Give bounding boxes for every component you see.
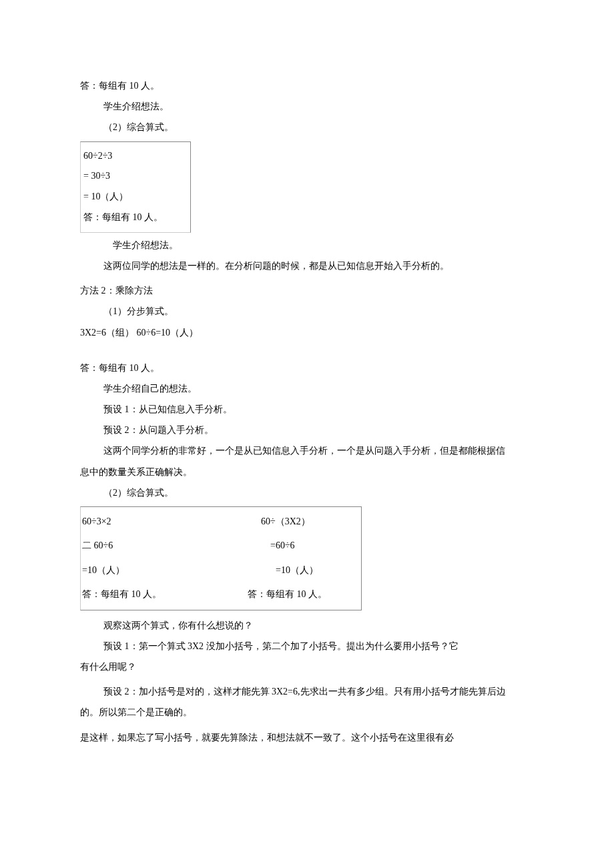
analysis-text: 这两位同学的想法是一样的。在分析问题的时候，都是从已知信息开始入手分析的。 — [80, 258, 534, 274]
preset-2-text-b: 的。所以第二个是正确的。 — [80, 704, 534, 721]
calc-right: 60÷（3X2） — [236, 510, 361, 534]
preset-2: 预设 2：从问题入手分析。 — [80, 422, 534, 438]
calculation-box-1: 60÷2÷3 = 30÷3 = 10（人） 答：每组有 10 人。 — [80, 141, 191, 233]
analysis-para-b: 息中的数量关系正确解决。 — [80, 464, 534, 480]
combined-expression-label: （2）综合算式。 — [80, 484, 534, 501]
preset-2-text-a: 预设 2：加小括号是对的，这样才能先算 3X2=6,先求出一共有多少组。只有用小… — [80, 683, 534, 700]
continuation-text: 有什么用呢？ — [80, 659, 534, 675]
calc-answer-right: 答：每组有 10 人。 — [236, 582, 361, 606]
calc-answer-left: 答：每组有 10 人。 — [81, 582, 236, 606]
calc-line: 60÷2÷3 — [83, 146, 188, 167]
table-row: 60÷3×2 60÷（3X2） — [81, 510, 361, 534]
calculation-box-2: 60÷3×2 60÷（3X2） 二 60÷6 =60÷6 =10（人） =10（… — [80, 506, 362, 610]
student-intro: 学生介绍自己的想法。 — [80, 380, 534, 397]
document-page: 答：每组有 10 人。 学生介绍想法。 （2）综合算式。 60÷2÷3 = 30… — [0, 0, 614, 868]
calc-left: 60÷3×2 — [81, 510, 236, 534]
table-row: 答：每组有 10 人。 答：每组有 10 人。 — [81, 582, 361, 606]
calc-line: = 10（人） — [83, 187, 188, 207]
observe-question: 观察这两个算式，你有什么想说的？ — [80, 617, 534, 634]
table-row: =10（人） =10（人） — [81, 558, 361, 582]
equation-line: 3X2=6（组） 60÷6=10（人） — [80, 324, 534, 341]
student-intro: 学生介绍想法。 — [80, 98, 534, 115]
method-2-heading: 方法 2：乘除方法 — [80, 282, 534, 299]
conclusion-text: 是这样，如果忘了写小括号，就要先算除法，和想法就不一致了。这个小括号在这里很有必 — [80, 729, 534, 746]
student-intro: 学生介绍想法。 — [80, 237, 534, 254]
answer-line: 答：每组有 10 人。 — [80, 77, 534, 94]
calc-right: =60÷6 — [236, 534, 361, 558]
calc-right: =10（人） — [236, 558, 361, 582]
answer-line: 答：每组有 10 人。 — [80, 360, 534, 376]
step-expression-label: （1）分步算式。 — [80, 303, 534, 320]
combined-expression-label: （2）综合算式。 — [80, 119, 534, 135]
analysis-para-a: 这两个同学分析的非常好，一个是从已知信息入手分析，一个是从问题入手分析，但是都能… — [80, 442, 534, 459]
calc-left: =10（人） — [81, 558, 236, 582]
calc-left: 二 60÷6 — [81, 534, 236, 558]
table-row: 二 60÷6 =60÷6 — [81, 534, 361, 558]
calc-line: = 30÷3 — [83, 166, 188, 187]
preset-1: 预设 1：从已知信息入手分析。 — [80, 401, 534, 418]
calc-answer: 答：每组有 10 人。 — [83, 207, 188, 228]
preset-1-text: 预设 1：第一个算式 3X2 没加小括号，第二个加了小括号。提出为什么要用小括号… — [80, 638, 534, 655]
